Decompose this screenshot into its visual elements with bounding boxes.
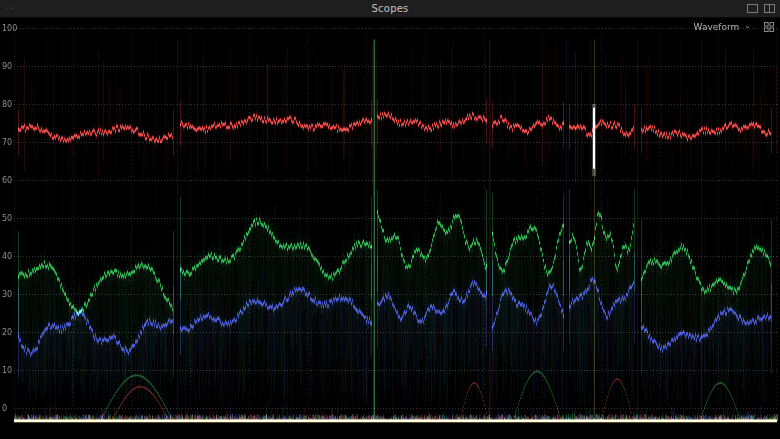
dual-view-button[interactable]: [764, 4, 775, 13]
waveform-canvas: [0, 18, 780, 439]
scope-mode-dropdown[interactable]: Waveform ⌄: [694, 22, 751, 32]
title-bar: ⋯ Scopes: [0, 0, 780, 18]
scope-layout-button[interactable]: [764, 22, 774, 32]
single-view-icon: [747, 4, 758, 13]
scope-toolbar: Waveform ⌄: [694, 20, 774, 34]
scopes-window: ⋯ Scopes Waveform ⌄: [0, 0, 780, 439]
scope-area: Waveform ⌄: [0, 18, 780, 439]
window-title: Scopes: [0, 3, 780, 14]
panel-menu-icon[interactable]: ⋯: [6, 4, 15, 13]
chevron-down-icon: ⌄: [744, 22, 751, 30]
scope-mode-label: Waveform: [694, 22, 740, 32]
single-view-button[interactable]: [747, 4, 758, 13]
grid-icon: [764, 22, 774, 32]
dual-view-icon: [764, 4, 775, 13]
